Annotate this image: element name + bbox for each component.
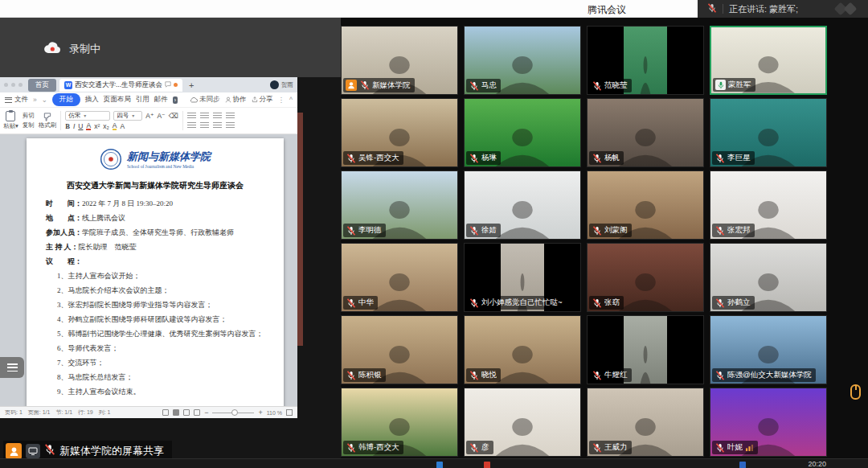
taskbar-app-icon[interactable] <box>484 462 490 468</box>
window-control-dots[interactable] <box>4 83 23 87</box>
font-name-select[interactable]: 仿宋▾ <box>65 111 110 121</box>
new-tab-button[interactable]: + <box>186 80 197 90</box>
participant-tile[interactable]: 张宏邦 <box>710 170 827 240</box>
participant-tile[interactable]: 吴锋-西交大 <box>341 98 458 167</box>
cloud-record-icon <box>43 42 61 56</box>
participant-tile[interactable]: 叶妮 <box>710 388 827 457</box>
outline-panel-toggle[interactable] <box>0 357 24 378</box>
underline-button[interactable]: U <box>78 122 83 130</box>
indent-increase-icon[interactable] <box>226 113 235 120</box>
clear-format-icon[interactable]: ⌫ <box>169 112 178 120</box>
participant-tile[interactable]: 彦 <box>464 388 581 457</box>
participant-tile[interactable]: 李巨星 <box>710 98 827 167</box>
participant-tile[interactable]: 徐婧 <box>464 170 581 240</box>
copy-button[interactable]: 复制 <box>23 121 35 129</box>
participant-tile[interactable]: 马忠 <box>464 26 581 95</box>
nameplate: 杨帆 <box>589 151 624 165</box>
grow-font-button[interactable]: A⁺ <box>145 112 154 120</box>
subscript-button[interactable]: x₂ <box>103 122 109 130</box>
participant-name: 陈积银 <box>358 370 382 380</box>
account-avatar[interactable] <box>270 80 279 89</box>
participant-tile[interactable]: 王威力 <box>587 388 704 457</box>
fit-page-icon[interactable] <box>286 409 293 416</box>
line-spacing-icon[interactable] <box>226 122 235 129</box>
font-size-select[interactable]: 四号▾ <box>113 111 142 121</box>
view-print-layout-icon[interactable] <box>173 409 179 416</box>
zoom-level[interactable]: 110 % <box>267 410 282 416</box>
divider <box>723 4 723 14</box>
shading-button[interactable]: A <box>120 122 125 130</box>
participant-tile[interactable]: 韩博-西交大 <box>341 388 458 457</box>
zoom-slider-knob[interactable] <box>231 409 238 416</box>
mic-muted-icon <box>592 298 602 308</box>
account-name: 贺雨 <box>281 81 293 89</box>
zoom-slider[interactable] <box>212 413 254 413</box>
school-logo: 新闻与新媒体学院 School of Journalism and New Me… <box>46 148 264 170</box>
number-list-icon[interactable] <box>200 113 209 120</box>
tab-document[interactable]: W 西安交通大学...生导师座谈会 <box>59 79 182 92</box>
participant-tile[interactable]: 李明德 <box>341 170 458 240</box>
superscript-button[interactable]: x² <box>94 122 100 130</box>
highlight-button[interactable]: A <box>113 122 117 131</box>
participant-tile[interactable]: 陈积银 <box>341 315 458 384</box>
bullet-list-icon[interactable] <box>187 113 196 120</box>
bold-button[interactable]: B <box>65 122 70 130</box>
participant-tile[interactable]: 张窈 <box>587 243 704 312</box>
align-left-icon[interactable] <box>187 122 196 129</box>
participant-tile[interactable]: 新媒体学院 <box>341 26 458 95</box>
participant-tile[interactable]: 刘蒙阁 <box>587 170 704 240</box>
mic-muted-icon <box>346 370 356 380</box>
menu-insert[interactable]: 插入 <box>85 95 99 105</box>
tab-home[interactable]: 首页 <box>28 79 56 92</box>
view-web-icon[interactable] <box>194 409 200 416</box>
view-outline-icon[interactable] <box>183 409 190 416</box>
view-fullscreen-icon[interactable] <box>162 409 169 416</box>
menu-file[interactable]: 文件 <box>5 95 28 105</box>
italic-button[interactable]: I <box>73 122 75 130</box>
document-canvas[interactable]: 新闻与新媒体学院 School of Journalism and New Me… <box>0 134 297 406</box>
share-button[interactable]: 分享 <box>252 95 273 105</box>
participant-tile[interactable]: 孙鹤立 <box>710 243 827 312</box>
more-tabs-badge[interactable]: › <box>173 96 178 104</box>
participant-tile[interactable]: 牛耀红 <box>587 315 704 384</box>
participant-name: 韩博-西交大 <box>358 442 399 453</box>
font-color-button[interactable]: A <box>86 122 91 131</box>
participant-tile[interactable]: 中华 <box>341 243 458 312</box>
taskbar-app-icon[interactable] <box>739 462 746 468</box>
format-painter-button[interactable]: 格式刷 <box>39 109 57 132</box>
participant-tile[interactable]: 范晓莹 <box>587 26 704 95</box>
participant-tile[interactable]: 陈强@仙交大新媒体学院 <box>710 315 827 384</box>
school-emblem-icon <box>100 148 122 170</box>
participant-tile[interactable]: 刘小婵感觉自己忙忙哒~ <box>464 243 581 312</box>
indent-decrease-icon[interactable] <box>213 113 222 120</box>
align-center-icon[interactable] <box>200 122 209 129</box>
menu-page-layout[interactable]: 页面布局 <box>104 95 131 105</box>
nameplate: 陈强@仙交大新媒体学院 <box>712 368 816 382</box>
zoom-out-button[interactable]: − <box>204 409 208 417</box>
participant-tile[interactable]: 蒙胜军 <box>710 26 827 95</box>
nameplate: 新媒体学院 <box>343 78 415 92</box>
menu-mailings[interactable]: 邮件 <box>154 95 168 105</box>
kebab-menu-icon[interactable]: ⋮ <box>278 96 285 104</box>
menu-home[interactable]: 开始 <box>52 93 80 106</box>
chevrons-icon[interactable]: » <box>33 96 37 104</box>
participant-tile[interactable]: 杨帆 <box>587 98 704 167</box>
meeting-logo-watermark <box>833 2 860 16</box>
mic-muted-icon <box>707 2 717 16</box>
collapse-ribbon-icon[interactable]: ^ <box>289 96 293 104</box>
participant-tile[interactable]: 晓悦 <box>464 315 581 384</box>
list-icon <box>7 363 18 372</box>
collaborate-button[interactable]: 协作 <box>225 95 247 105</box>
participant-tile[interactable]: 杨琳 <box>464 98 581 167</box>
shrink-font-button[interactable]: A⁻ <box>157 112 165 120</box>
caret-icon[interactable]: ⌄ <box>42 96 47 104</box>
cut-button[interactable]: 剪切 <box>23 112 35 120</box>
zoom-in-button[interactable]: + <box>258 409 262 417</box>
align-right-icon[interactable] <box>213 122 222 129</box>
sync-status[interactable]: 未同步 <box>190 95 220 105</box>
menu-references[interactable]: 引用 <box>136 95 149 105</box>
paste-button[interactable]: 粘贴▾ <box>3 109 18 132</box>
taskbar-app-icon[interactable] <box>436 462 443 468</box>
nameplate: 彦 <box>466 441 493 454</box>
participant-name: 刘小婵感觉自己忙忙哒~ <box>481 298 563 308</box>
